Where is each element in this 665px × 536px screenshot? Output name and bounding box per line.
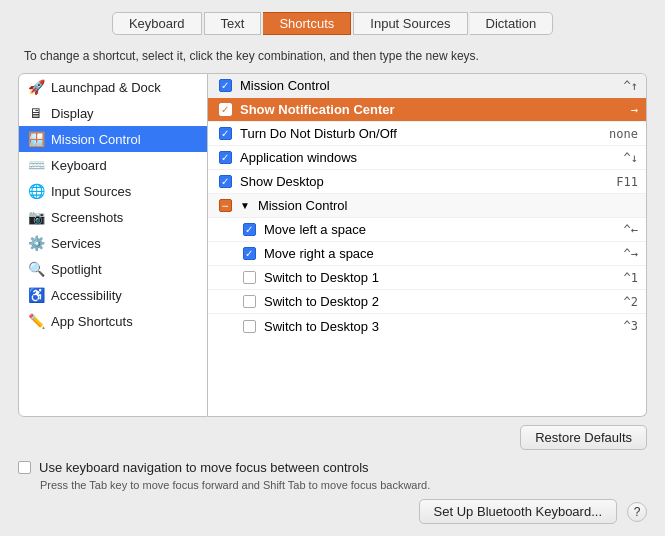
- checkbox-cell-dnd[interactable]: ✓: [216, 127, 234, 140]
- checkbox-cell-notification[interactable]: ✓: [216, 103, 234, 116]
- checkbox-app-windows[interactable]: ✓: [219, 151, 232, 164]
- shortcut-row-mission-control-header[interactable]: ✓ Mission Control ^↑: [208, 74, 646, 98]
- checkbox-do-not-disturb[interactable]: ✓: [219, 127, 232, 140]
- footer: Set Up Bluetooth Keyboard... ?: [0, 491, 665, 536]
- sidebar-label-app-shortcuts: App Shortcuts: [51, 314, 133, 329]
- shortcut-row-move-left[interactable]: ✓ Move left a space ^←: [208, 218, 646, 242]
- checkbox-cell-app-windows[interactable]: ✓: [216, 151, 234, 164]
- shortcut-key-app-windows: ^↓: [624, 151, 638, 165]
- shortcut-row-desktop-1[interactable]: Switch to Desktop 1 ^1: [208, 266, 646, 290]
- shortcut-key-show-notification: →: [631, 103, 638, 117]
- sidebar-item-mission-control[interactable]: 🪟 Mission Control: [19, 126, 207, 152]
- sidebar-item-display[interactable]: 🖥 Display: [19, 100, 207, 126]
- sidebar-label-mission-control: Mission Control: [51, 132, 141, 147]
- sidebar-item-services[interactable]: ⚙️ Services: [19, 230, 207, 256]
- tab-dictation[interactable]: Dictation: [470, 12, 554, 35]
- restore-defaults-button[interactable]: Restore Defaults: [520, 425, 647, 450]
- nav-checkbox-row: Use keyboard navigation to move focus be…: [0, 454, 665, 477]
- checkbox-move-left[interactable]: ✓: [243, 223, 256, 236]
- tab-shortcuts[interactable]: Shortcuts: [263, 12, 351, 35]
- sidebar-item-accessibility[interactable]: ♿ Accessibility: [19, 282, 207, 308]
- screenshots-icon: 📷: [27, 208, 45, 226]
- shortcut-label-desktop-3: Switch to Desktop 3: [264, 319, 618, 334]
- sidebar-label-services: Services: [51, 236, 101, 251]
- checkbox-desktop-3[interactable]: [243, 320, 256, 333]
- shortcut-row-move-right[interactable]: ✓ Move right a space ^→: [208, 242, 646, 266]
- shortcut-row-show-notification[interactable]: ✓ Show Notification Center →: [208, 98, 646, 122]
- shortcut-label-move-right: Move right a space: [264, 246, 618, 261]
- accessibility-icon: ♿: [27, 286, 45, 304]
- services-icon: ⚙️: [27, 234, 45, 252]
- shortcut-label-mission-sub: Mission Control: [258, 198, 632, 213]
- sidebar-label-screenshots: Screenshots: [51, 210, 123, 225]
- shortcut-label-desktop-1: Switch to Desktop 1: [264, 270, 618, 285]
- checkbox-move-right[interactable]: ✓: [243, 247, 256, 260]
- sidebar-label-display: Display: [51, 106, 94, 121]
- launchpad-icon: 🚀: [27, 78, 45, 96]
- shortcut-description: To change a shortcut, select it, click t…: [0, 45, 665, 73]
- shortcut-label-show-notification: Show Notification Center: [240, 102, 625, 117]
- checkbox-desktop-2[interactable]: [243, 295, 256, 308]
- checkbox-cell-desktop-3[interactable]: [240, 320, 258, 333]
- shortcut-row-do-not-disturb[interactable]: ✓ Turn Do Not Disturb On/Off none: [208, 122, 646, 146]
- checkbox-cell-desktop-2[interactable]: [240, 295, 258, 308]
- display-icon: 🖥: [27, 104, 45, 122]
- checkbox-show-desktop[interactable]: ✓: [219, 175, 232, 188]
- tab-input-sources[interactable]: Input Sources: [353, 12, 467, 35]
- tab-text[interactable]: Text: [204, 12, 262, 35]
- sidebar-label-input-sources: Input Sources: [51, 184, 131, 199]
- shortcut-key-mission-control: ^↑: [624, 79, 638, 93]
- sidebar-label-spotlight: Spotlight: [51, 262, 102, 277]
- sidebar-label-keyboard: Keyboard: [51, 158, 107, 173]
- shortcut-row-mission-control-sub[interactable]: − ▼ Mission Control: [208, 194, 646, 218]
- shortcut-label-app-windows: Application windows: [240, 150, 618, 165]
- shortcut-row-desktop-2[interactable]: Switch to Desktop 2 ^2: [208, 290, 646, 314]
- shortcut-row-show-desktop[interactable]: ✓ Show Desktop F11: [208, 170, 646, 194]
- main-content: 🚀 Launchpad & Dock 🖥 Display 🪟 Mission C…: [0, 73, 665, 417]
- bluetooth-keyboard-button[interactable]: Set Up Bluetooth Keyboard...: [419, 499, 617, 524]
- checkbox-desktop-1[interactable]: [243, 271, 256, 284]
- checkbox-cell-mission-sub[interactable]: −: [216, 199, 234, 212]
- checkbox-cell-move-left[interactable]: ✓: [240, 223, 258, 236]
- nav-label: Use keyboard navigation to move focus be…: [39, 460, 369, 475]
- shortcut-label-mission-control: Mission Control: [240, 78, 618, 93]
- shortcut-key-desktop-1: ^1: [624, 271, 638, 285]
- shortcut-row-app-windows[interactable]: ✓ Application windows ^↓: [208, 146, 646, 170]
- shortcut-row-desktop-3[interactable]: Switch to Desktop 3 ^3: [208, 314, 646, 338]
- tab-keyboard[interactable]: Keyboard: [112, 12, 202, 35]
- tab-bar: Keyboard Text Shortcuts Input Sources Di…: [0, 0, 665, 45]
- sidebar-item-screenshots[interactable]: 📷 Screenshots: [19, 204, 207, 230]
- shortcut-key-dnd: none: [609, 127, 638, 141]
- checkbox-cell[interactable]: ✓: [216, 79, 234, 92]
- spotlight-icon: 🔍: [27, 260, 45, 278]
- sidebar-item-keyboard[interactable]: ⌨️ Keyboard: [19, 152, 207, 178]
- shortcut-label-move-left: Move left a space: [264, 222, 618, 237]
- input-sources-icon: 🌐: [27, 182, 45, 200]
- collapse-arrow: ▼: [240, 200, 250, 211]
- shortcut-key-desktop-3: ^3: [624, 319, 638, 333]
- sidebar-item-launchpad[interactable]: 🚀 Launchpad & Dock: [19, 74, 207, 100]
- help-button[interactable]: ?: [627, 502, 647, 522]
- checkbox-show-notification[interactable]: ✓: [219, 103, 232, 116]
- shortcut-key-move-left: ^←: [624, 223, 638, 237]
- shortcut-label-desktop-2: Switch to Desktop 2: [264, 294, 618, 309]
- nav-checkbox[interactable]: [18, 461, 31, 474]
- checkbox-mission-sub[interactable]: −: [219, 199, 232, 212]
- app-shortcuts-icon: ✏️: [27, 312, 45, 330]
- shortcut-label-do-not-disturb: Turn Do Not Disturb On/Off: [240, 126, 603, 141]
- shortcut-key-desktop-2: ^2: [624, 295, 638, 309]
- checkbox-cell-desktop-1[interactable]: [240, 271, 258, 284]
- checkbox-mission-control-header[interactable]: ✓: [219, 79, 232, 92]
- nav-hint: Press the Tab key to move focus forward …: [0, 477, 665, 491]
- shortcut-key-show-desktop: F11: [616, 175, 638, 189]
- checkbox-cell-move-right[interactable]: ✓: [240, 247, 258, 260]
- sidebar-item-input-sources[interactable]: 🌐 Input Sources: [19, 178, 207, 204]
- sidebar-item-spotlight[interactable]: 🔍 Spotlight: [19, 256, 207, 282]
- checkbox-cell-show-desktop[interactable]: ✓: [216, 175, 234, 188]
- sidebar-label-accessibility: Accessibility: [51, 288, 122, 303]
- shortcuts-panel: ✓ Mission Control ^↑ ✓ Show Notification…: [208, 73, 647, 417]
- shortcut-label-show-desktop: Show Desktop: [240, 174, 610, 189]
- sidebar-item-app-shortcuts[interactable]: ✏️ App Shortcuts: [19, 308, 207, 334]
- sidebar-label-launchpad: Launchpad & Dock: [51, 80, 161, 95]
- sidebar: 🚀 Launchpad & Dock 🖥 Display 🪟 Mission C…: [18, 73, 208, 417]
